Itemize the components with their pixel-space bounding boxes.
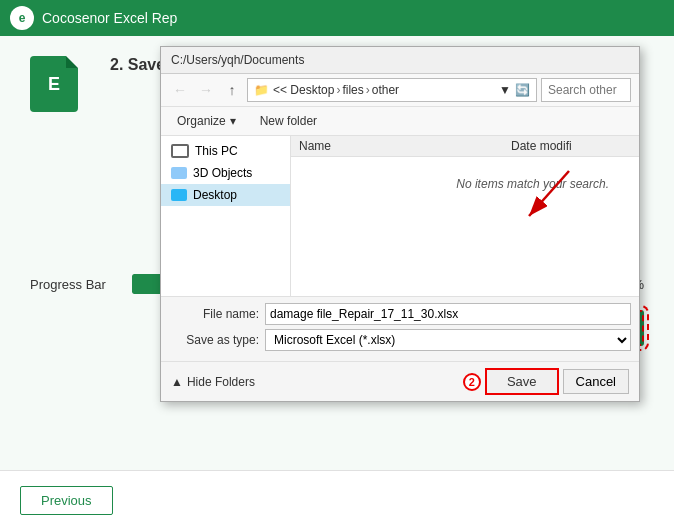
dialog-save-area: 2 Save Cancel xyxy=(463,368,629,395)
filename-label: File name: xyxy=(169,307,259,321)
dialog-cancel-button[interactable]: Cancel xyxy=(563,369,629,394)
dialog-body: This PC 3D Objects Desktop Name xyxy=(161,136,639,296)
svg-line-1 xyxy=(529,171,569,216)
sidebar-3dobjects-label: 3D Objects xyxy=(193,166,252,180)
back-button[interactable]: ← xyxy=(169,79,191,101)
no-items-message: No items match your search. xyxy=(291,157,639,191)
new-folder-button[interactable]: New folder xyxy=(252,111,325,131)
dialog-titlebar: C:/Users/yqh/Documents xyxy=(161,47,639,74)
dialog-path-title: C:/Users/yqh/Documents xyxy=(171,53,304,67)
file-save-dialog: C:/Users/yqh/Documents ← → ↑ 📁 << Deskto… xyxy=(160,46,640,402)
savetype-select[interactable]: Microsoft Excel (*.xlsx) xyxy=(265,329,631,351)
excel-icon-area: E xyxy=(30,56,78,112)
sidebar-item-desktop[interactable]: Desktop xyxy=(161,184,290,206)
organize-button[interactable]: Organize ▾ xyxy=(169,111,244,131)
progress-label: Progress Bar xyxy=(30,277,120,292)
dialog-footer: ▲ Hide Folders 2 Save Cancel xyxy=(161,361,639,401)
sidebar-item-3dobjects[interactable]: 3D Objects xyxy=(161,162,290,184)
savetype-label: Save as type: xyxy=(169,333,259,347)
hide-folders-label: Hide Folders xyxy=(187,375,255,389)
dialog-toolbar: ← → ↑ 📁 << Desktop › files › other ▼ 🔄 xyxy=(161,74,639,107)
sidebar-thispc-label: This PC xyxy=(195,144,238,158)
search-input[interactable] xyxy=(541,78,631,102)
dialog-save-button[interactable]: Save xyxy=(485,368,559,395)
dialog-fields: File name: Save as type: Microsoft Excel… xyxy=(161,296,639,361)
dialog-filelist: Name Date modifi No items match your sea… xyxy=(291,136,639,296)
sidebar-item-thispc[interactable]: This PC xyxy=(161,140,290,162)
arrow-annotation xyxy=(519,166,579,229)
dialog-sidebar: This PC 3D Objects Desktop xyxy=(161,136,291,296)
bottom-bar: Previous xyxy=(0,470,674,530)
dialog-save-badge: 2 xyxy=(463,373,481,391)
filename-row: File name: xyxy=(169,303,631,325)
desktop-icon xyxy=(171,189,187,201)
app-logo: e xyxy=(10,6,34,30)
col-name: Name xyxy=(299,139,511,153)
path-folder-icon: 📁 xyxy=(254,83,269,97)
filename-input[interactable] xyxy=(265,303,631,325)
organize-label: Organize xyxy=(177,114,226,128)
sidebar-desktop-label: Desktop xyxy=(193,188,237,202)
col-date: Date modifi xyxy=(511,139,631,153)
excel-icon: E xyxy=(30,56,78,112)
main-content: E 2. Save the file: C:/Users/yqh/Documen… xyxy=(0,36,674,470)
app-title: Cocosenor Excel Rep xyxy=(42,10,177,26)
up-button[interactable]: ↑ xyxy=(221,79,243,101)
forward-button[interactable]: → xyxy=(195,79,217,101)
previous-button[interactable]: Previous xyxy=(20,486,113,515)
savetype-row: Save as type: Microsoft Excel (*.xlsx) xyxy=(169,329,631,351)
app-window: e Cocosenor Excel Rep E 2. Save the file… xyxy=(0,0,674,530)
title-bar: e Cocosenor Excel Rep xyxy=(0,0,674,36)
filelist-header: Name Date modifi xyxy=(291,136,639,157)
3dobjects-icon xyxy=(171,167,187,179)
hide-folders-button[interactable]: ▲ Hide Folders xyxy=(171,375,255,389)
hide-folders-chevron-icon: ▲ xyxy=(171,375,183,389)
thispc-icon xyxy=(171,144,189,158)
organize-chevron-icon: ▾ xyxy=(230,114,236,128)
path-bar[interactable]: 📁 << Desktop › files › other ▼ 🔄 xyxy=(247,78,537,102)
dialog-actionbar: Organize ▾ New folder xyxy=(161,107,639,136)
